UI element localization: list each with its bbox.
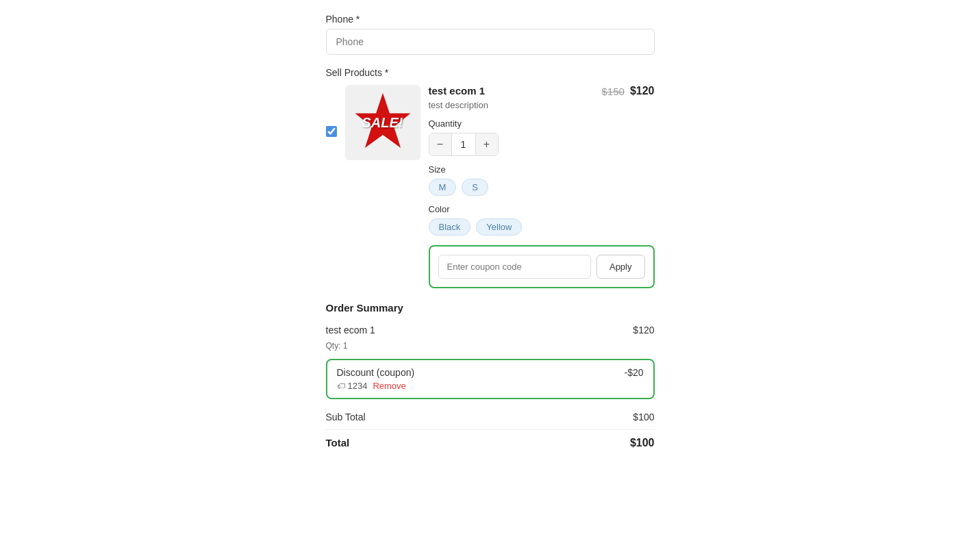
product-details: test ecom 1 $150 $120 test description Q… [429,85,655,302]
coupon-tag-icon: 🏷 [337,381,345,391]
order-item-price: $120 [633,325,654,336]
subtotal-row: Sub Total $100 [326,410,655,422]
total-value: $100 [630,437,655,449]
color-options: Black Yellow [429,218,655,236]
subtotal-value: $100 [633,412,654,422]
product-description: test description [429,100,655,110]
product-checkbox[interactable] [326,126,337,137]
discount-amount: -$20 [624,367,643,378]
order-summary-title: Order Summary [326,302,655,314]
apply-coupon-button[interactable]: Apply [596,255,645,279]
order-item-qty: Qty: 1 [326,341,655,351]
color-option-yellow[interactable]: Yellow [476,218,522,236]
coupon-box: Apply [429,245,655,288]
product-name: test ecom 1 [429,85,486,97]
size-option-m[interactable]: M [429,179,457,196]
size-option-s[interactable]: S [462,179,488,196]
total-row: Total $100 [326,437,655,449]
order-item-row: test ecom 1 $120 [326,325,655,338]
size-label: Size [429,164,655,175]
order-item-name: test ecom 1 [326,325,375,336]
quantity-decrease-button[interactable]: − [429,134,451,155]
phone-field-label: Phone * [326,14,655,25]
coupon-tag: 🏷 1234 Remove [337,381,644,391]
price-container: $150 $120 [602,85,655,97]
quantity-value: 1 [451,134,476,155]
price-original: $150 [602,86,625,97]
product-image: SALE! [345,85,420,160]
quantity-control: − 1 + [429,133,499,156]
discount-label: Discount (coupon) [337,367,415,378]
sell-products-label: Sell Products * [326,67,655,78]
total-divider [326,429,655,430]
phone-input[interactable] [326,29,655,55]
quantity-increase-button[interactable]: + [476,134,498,155]
quantity-label: Quantity [429,118,655,129]
discount-row: Discount (coupon) -$20 [337,367,644,378]
price-discounted: $120 [630,85,655,97]
subtotal-label: Sub Total [326,412,366,422]
color-label: Color [429,204,655,214]
color-option-black[interactable]: Black [429,218,471,236]
coupon-code: 1234 [348,381,368,391]
remove-coupon-link[interactable]: Remove [373,381,405,391]
size-options: M S [429,179,655,196]
discount-box: Discount (coupon) -$20 🏷 1234 Remove [326,359,655,399]
coupon-input[interactable] [438,255,591,279]
total-label: Total [326,437,350,449]
